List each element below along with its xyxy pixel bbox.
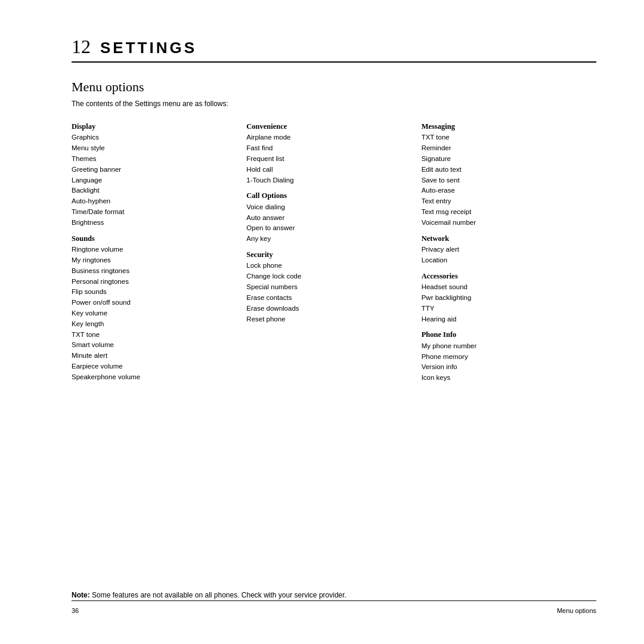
menu-item: Erase contacts <box>246 293 421 304</box>
menu-item: Voicemail number <box>422 218 596 228</box>
menu-item: Backlight <box>72 185 246 196</box>
menu-item: Save to sent <box>422 175 596 186</box>
footer: 36 Menu options <box>72 600 596 614</box>
menu-item: Headset sound <box>422 282 596 293</box>
footer-page-number: 36 <box>72 607 79 614</box>
footer-section-name: Menu options <box>557 607 596 614</box>
menu-item: Themes <box>72 154 246 165</box>
menu-item: Sounds <box>72 233 246 244</box>
menu-item: Hold call <box>246 165 421 175</box>
menu-item: Voice dialing <box>246 202 421 213</box>
menu-column-2: ConvenienceAirplane modeFast findFrequen… <box>246 121 421 569</box>
chapter-header: 12 Settings <box>72 36 596 58</box>
chapter-number: 12 <box>72 36 91 58</box>
menu-item: Fast find <box>246 143 421 154</box>
menu-item: Auto-hyphen <box>72 196 246 207</box>
menu-item: Key volume <box>72 308 246 319</box>
menu-column-1: DisplayGraphicsMenu styleThemesGreeting … <box>72 121 246 569</box>
menu-item: Greeting banner <box>72 165 246 175</box>
chapter-title: Settings <box>100 39 197 57</box>
menu-item: Lock phone <box>246 261 421 271</box>
menu-item: Security <box>246 249 421 261</box>
menu-item: Speakerphone volume <box>72 372 246 383</box>
menu-item: Auto-erase <box>422 185 596 196</box>
menu-item: Language <box>72 175 246 186</box>
menu-item: Earpiece volume <box>72 361 246 372</box>
menu-item: Accessories <box>422 271 596 282</box>
menu-item: Pwr backlighting <box>422 293 596 304</box>
menu-item: Ringtone volume <box>72 244 246 255</box>
menu-columns: DisplayGraphicsMenu styleThemesGreeting … <box>72 121 596 569</box>
menu-item: Messaging <box>422 121 596 132</box>
menu-item: Phone memory <box>422 352 596 363</box>
menu-item: Any key <box>246 234 421 244</box>
menu-item: Hearing aid <box>422 314 596 325</box>
menu-item: Change lock code <box>246 271 421 282</box>
menu-item: 1-Touch Dialing <box>246 175 421 186</box>
menu-item: Business ringtones <box>72 266 246 277</box>
menu-item: Privacy alert <box>422 244 596 255</box>
menu-item: Text msg receipt <box>422 207 596 218</box>
menu-item: Flip sounds <box>72 287 246 298</box>
menu-item: Brightness <box>72 218 246 228</box>
note-label: Note: <box>72 591 90 599</box>
menu-item: Reset phone <box>246 314 421 325</box>
menu-item: Edit auto text <box>422 165 596 175</box>
menu-item: Graphics <box>72 132 246 143</box>
menu-item: Version info <box>422 362 596 373</box>
header-rule <box>72 61 596 63</box>
menu-item: Phone Info <box>422 329 596 340</box>
menu-item: My ringtones <box>72 255 246 266</box>
menu-item: Reminder <box>422 143 596 154</box>
menu-item: Convenience <box>246 121 421 132</box>
menu-item: Special numbers <box>246 282 421 293</box>
menu-item: Key length <box>72 319 246 330</box>
menu-item: My phone number <box>422 341 596 352</box>
section-title: Menu options <box>72 79 596 95</box>
menu-item: Text entry <box>422 196 596 207</box>
menu-item: Personal ringtones <box>72 277 246 287</box>
menu-item: Open to answer <box>246 223 421 234</box>
menu-item: Frequent list <box>246 154 421 165</box>
menu-item: TXT tone <box>422 132 596 143</box>
menu-item: Minute alert <box>72 351 246 361</box>
menu-item: Icon keys <box>422 373 596 383</box>
menu-item: Airplane mode <box>246 132 421 143</box>
menu-item: Erase downloads <box>246 304 421 314</box>
menu-item: Auto answer <box>246 213 421 224</box>
note-section: Note: Some features are not available on… <box>72 590 596 600</box>
menu-item: Power on/off sound <box>72 298 246 308</box>
menu-item: TXT tone <box>72 330 246 340</box>
menu-item: Menu style <box>72 143 246 154</box>
menu-item: Location <box>422 255 596 266</box>
menu-item: Time/Date format <box>72 207 246 218</box>
menu-column-3: MessagingTXT toneReminderSignatureEdit a… <box>422 121 596 569</box>
menu-item: TTY <box>422 304 596 314</box>
note-text: Some features are not available on all p… <box>90 591 346 599</box>
menu-item: Signature <box>422 154 596 165</box>
menu-item: Call Options <box>246 190 421 202</box>
menu-item: Smart volume <box>72 340 246 351</box>
menu-item: Display <box>72 121 246 132</box>
menu-item: Network <box>422 233 596 244</box>
section-description: The contents of the Settings menu are as… <box>72 100 596 108</box>
page: 12 Settings Menu options The contents of… <box>0 0 644 644</box>
